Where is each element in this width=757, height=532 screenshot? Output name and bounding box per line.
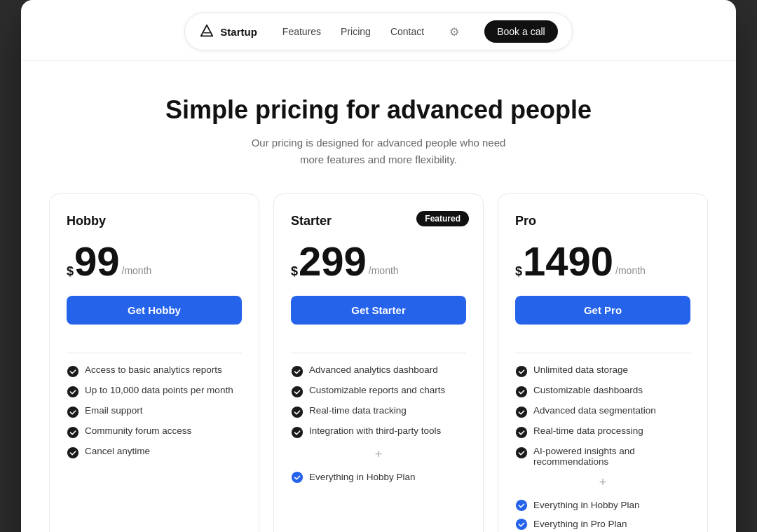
get-pro-button[interactable]: Get Pro (515, 296, 690, 325)
check-icon (291, 426, 304, 439)
nav-brand[interactable]: Startup (199, 24, 257, 39)
plan-name-pro: Pro (515, 214, 690, 229)
plan-divider-pro (515, 353, 690, 353)
check-icon (291, 406, 304, 418)
price-period-hobby: /month (122, 265, 152, 276)
navbar: Startup Features Pricing Contact ⚙ Book … (21, 0, 736, 61)
check-icon (67, 406, 79, 418)
plus-divider-pro: + (515, 475, 690, 490)
check-icon-blue (515, 518, 528, 531)
everything-item-starter-0: Everything in Hobby Plan (291, 470, 466, 484)
brand-label: Startup (220, 26, 257, 38)
svg-point-15 (516, 500, 527, 511)
svg-point-11 (516, 386, 527, 397)
svg-point-3 (67, 427, 79, 438)
everything-item-pro-1: Everything in Pro Plan (515, 517, 690, 531)
price-row-hobby: $ 99 /month (67, 241, 242, 282)
feature-list-starter: Advanced analytics dashboard Customizabl… (291, 364, 466, 439)
check-icon (291, 365, 304, 378)
price-period-pro: /month (615, 265, 646, 276)
brand-icon (199, 24, 214, 39)
everything-item-pro-0: Everything in Hobby Plan (515, 498, 690, 512)
check-icon (515, 446, 528, 459)
plan-card-hobby: Hobby $ 99 /month Get Hobby Access to ba… (49, 193, 259, 532)
get-hobby-button[interactable]: Get Hobby (67, 296, 242, 325)
plan-name-hobby: Hobby (67, 214, 242, 229)
svg-point-7 (292, 407, 303, 418)
svg-point-4 (67, 447, 79, 458)
feature-list-hobby: Access to basic analytics reports Up to … (67, 364, 242, 459)
pricing-grid: Hobby $ 99 /month Get Hobby Access to ba… (21, 193, 736, 532)
list-item: Unlimited data storage (515, 364, 690, 378)
nav-links: Features Pricing Contact (282, 26, 424, 37)
svg-point-6 (292, 386, 303, 397)
price-row-starter: $ 299 /month (291, 241, 466, 282)
check-icon (515, 386, 528, 398)
check-icon (291, 386, 304, 398)
check-icon-blue (515, 499, 528, 512)
featured-badge: Featured (416, 211, 469, 226)
check-icon (67, 365, 79, 378)
svg-point-9 (292, 472, 303, 483)
svg-point-12 (516, 407, 527, 418)
check-icon (67, 446, 79, 459)
svg-point-1 (67, 386, 79, 397)
price-row-pro: $ 1490 /month (515, 241, 690, 282)
list-item: Email support (67, 405, 242, 418)
hero-subtitle: Our pricing is designed for advanced peo… (49, 135, 708, 168)
check-icon (515, 406, 528, 418)
check-icon-blue (291, 471, 304, 484)
list-item: Real-time data tracking (291, 405, 466, 418)
check-icon (515, 365, 528, 378)
svg-point-8 (292, 427, 303, 438)
list-item: Advanced data segmentation (515, 405, 690, 418)
plan-divider-starter (291, 353, 466, 353)
svg-point-13 (516, 427, 527, 438)
book-call-button[interactable]: Book a call (484, 20, 557, 43)
plus-divider-starter: + (291, 447, 466, 462)
svg-point-0 (67, 366, 79, 377)
list-item: Advanced analytics dashboard (291, 364, 466, 378)
check-icon (515, 426, 528, 439)
list-item: Customizable dashboards (515, 385, 690, 398)
list-item: Real-time data processing (515, 425, 690, 439)
plan-card-pro: Pro $ 1490 /month Get Pro Unlimited data… (498, 193, 708, 532)
svg-point-5 (292, 366, 303, 377)
nav-link-pricing[interactable]: Pricing (341, 26, 371, 37)
list-item: Community forum access (67, 425, 242, 439)
hero-title: Simple pricing for advanced people (49, 95, 708, 125)
svg-point-2 (67, 407, 79, 418)
check-icon (67, 426, 79, 439)
price-amount-hobby: 99 (74, 241, 120, 282)
main-window: Startup Features Pricing Contact ⚙ Book … (21, 0, 736, 532)
plan-card-starter: Starter Featured $ 299 /month Get Starte… (273, 193, 484, 532)
settings-icon[interactable]: ⚙ (449, 25, 459, 39)
price-dollar-hobby: $ (67, 265, 74, 278)
nav-link-contact[interactable]: Contact (390, 26, 424, 37)
get-starter-button[interactable]: Get Starter (291, 296, 466, 325)
list-item: Up to 10,000 data points per month (67, 385, 242, 398)
price-amount-pro: 1490 (523, 241, 613, 282)
price-dollar-pro: $ (515, 265, 522, 278)
price-period-starter: /month (369, 265, 399, 276)
hero-section: Simple pricing for advanced people Our p… (21, 61, 736, 193)
list-item: Cancel anytime (67, 446, 242, 459)
list-item: AI-powered insights and recommendations (515, 446, 690, 467)
svg-point-16 (516, 519, 527, 530)
list-item: Access to basic analytics reports (67, 364, 242, 378)
nav-link-features[interactable]: Features (282, 26, 321, 37)
price-amount-starter: 299 (299, 241, 367, 282)
svg-point-14 (516, 447, 527, 458)
check-icon (67, 386, 79, 398)
feature-list-pro: Unlimited data storage Customizable dash… (515, 364, 690, 467)
list-item: Integration with third-party tools (291, 425, 466, 439)
nav-inner: Startup Features Pricing Contact ⚙ Book … (184, 13, 572, 50)
plan-divider-hobby (67, 353, 242, 353)
list-item: Customizable reports and charts (291, 385, 466, 398)
svg-point-10 (516, 366, 527, 377)
price-dollar-starter: $ (291, 265, 298, 278)
